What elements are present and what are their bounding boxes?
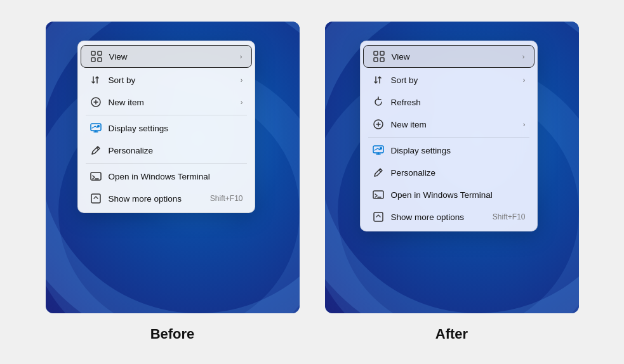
personalize-icon-before	[90, 144, 102, 157]
moreoptions-label-before: Show more options	[109, 194, 182, 204]
moreoptions-shortcut-after: Shift+F10	[493, 212, 526, 221]
main-container: View › Sort by ›	[33, 9, 592, 355]
menu-item-sortby-after[interactable]: Sort by ›	[363, 69, 534, 91]
separator1-before	[86, 115, 247, 115]
sortby-chevron-after: ›	[523, 76, 526, 84]
sortby-label-before: Sort by	[109, 75, 136, 85]
svg-rect-1	[98, 51, 102, 55]
sortby-chevron-before: ›	[241, 76, 243, 84]
menu-item-terminal-after[interactable]: Open in Windows Terminal	[363, 184, 534, 205]
sortby-icon-after	[372, 74, 385, 86]
display-label-after: Display settings	[391, 146, 451, 155]
personalize-icon-after	[372, 166, 385, 179]
svg-rect-2	[91, 58, 95, 62]
svg-rect-11	[374, 58, 378, 62]
menu-item-view-before[interactable]: View ›	[81, 45, 252, 68]
menu-item-view-after[interactable]: View ›	[363, 45, 534, 68]
personalize-label-before: Personalize	[109, 146, 154, 155]
menu-item-display-after[interactable]: Display settings	[363, 140, 534, 161]
view-label-after: View	[392, 52, 410, 62]
menu-item-newitem-after[interactable]: New item ›	[363, 114, 534, 135]
menu-item-personalize-after[interactable]: Personalize	[363, 162, 534, 183]
after-panel: View › Sort by ›	[325, 22, 579, 342]
moreoptions-icon-after	[372, 211, 385, 223]
view-icon-after	[373, 50, 385, 63]
svg-rect-17	[374, 212, 383, 221]
newitem-label-after: New item	[391, 120, 427, 129]
moreoptions-label-after: Show more options	[391, 212, 465, 222]
newitem-chevron-after: ›	[523, 120, 526, 128]
view-chevron-after: ›	[522, 53, 525, 60]
display-icon-before	[90, 122, 102, 134]
menu-item-display-before[interactable]: Display settings	[81, 117, 252, 139]
svg-rect-3	[98, 58, 102, 62]
before-desktop: View › Sort by ›	[46, 22, 300, 313]
sortby-label-after: Sort by	[391, 75, 418, 85]
moreoptions-icon-before	[90, 192, 102, 205]
before-label: Before	[150, 326, 195, 342]
view-label-before: View	[109, 52, 128, 62]
svg-rect-5	[91, 124, 101, 131]
svg-rect-12	[380, 58, 384, 62]
svg-rect-9	[374, 51, 378, 55]
svg-rect-10	[380, 51, 384, 55]
menu-item-moreoptions-before[interactable]: Show more options Shift+F10	[81, 188, 252, 209]
terminal-label-after: Open in Windows Terminal	[391, 190, 493, 200]
menu-item-refresh-after[interactable]: Refresh	[363, 91, 534, 113]
before-context-menu: View › Sort by ›	[77, 41, 255, 213]
separator1-after	[368, 137, 529, 138]
newitem-chevron-before: ›	[241, 98, 243, 106]
moreoptions-shortcut-before: Shift+F10	[210, 194, 243, 203]
newitem-icon-before	[90, 96, 102, 108]
terminal-icon-after	[372, 188, 385, 201]
svg-rect-0	[91, 51, 95, 55]
view-icon-before	[90, 50, 103, 63]
personalize-label-after: Personalize	[391, 168, 436, 178]
before-panel: View › Sort by ›	[46, 22, 300, 342]
newitem-icon-after	[372, 118, 385, 131]
refresh-icon-after	[372, 96, 385, 108]
after-context-menu: View › Sort by ›	[360, 41, 538, 231]
after-label: After	[435, 326, 468, 342]
terminal-label-before: Open in Windows Terminal	[109, 172, 210, 181]
svg-rect-8	[91, 194, 100, 203]
refresh-label-after: Refresh	[391, 98, 421, 107]
newitem-label-before: New item	[109, 98, 144, 107]
sortby-icon-before	[90, 74, 102, 86]
after-desktop: View › Sort by ›	[325, 22, 579, 313]
menu-item-moreoptions-after[interactable]: Show more options Shift+F10	[363, 206, 534, 228]
svg-rect-14	[373, 146, 383, 153]
display-icon-after	[372, 144, 385, 157]
menu-item-sortby-before[interactable]: Sort by ›	[81, 69, 252, 91]
view-chevron-before: ›	[240, 53, 242, 60]
terminal-icon-before	[90, 170, 102, 183]
separator2-before	[86, 163, 247, 164]
menu-item-terminal-before[interactable]: Open in Windows Terminal	[81, 166, 252, 187]
menu-item-personalize-before[interactable]: Personalize	[81, 140, 252, 161]
menu-item-newitem-before[interactable]: New item ›	[81, 91, 252, 113]
display-label-before: Display settings	[109, 124, 169, 133]
